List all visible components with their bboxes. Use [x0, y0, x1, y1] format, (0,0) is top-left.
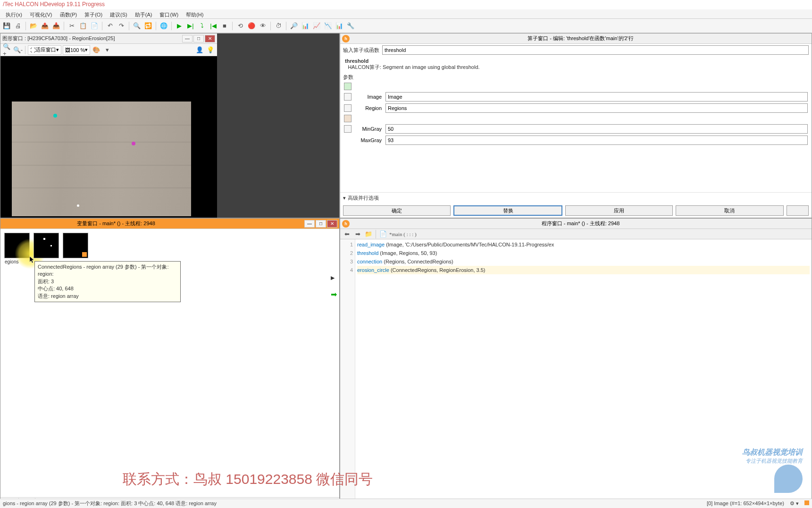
replace-icon[interactable]: 🔁 [143, 21, 153, 31]
file-icon[interactable]: 📄 [378, 229, 388, 239]
chevron-down-icon: ▾ [343, 195, 346, 201]
run-icon[interactable]: ▶ [175, 21, 184, 31]
reset-icon[interactable]: ⟲ [235, 21, 245, 31]
step-over-icon[interactable]: ⤵ [197, 21, 207, 31]
variable-thumb[interactable]: egions [4, 233, 30, 258]
variable-thumb[interactable] [33, 233, 59, 258]
region-blob [53, 114, 57, 118]
tab-main[interactable]: *main ( : : : ) [389, 231, 417, 237]
maximize-button[interactable]: □ [316, 220, 326, 228]
menu-bar: 执行(x) 可视化(V) 函数(P) 算子(O) 建议(S) 助手(A) 窗口(… [0, 9, 812, 19]
watch-icon[interactable]: 👁 [258, 21, 268, 31]
graphics-canvas[interactable] [0, 56, 217, 218]
maximize-button[interactable]: □ [193, 35, 204, 42]
program-header: h 程序窗口 - main* () - 主线程: 2948 [340, 219, 812, 229]
extra-button[interactable] [787, 205, 809, 216]
back-icon[interactable]: ⬅ [342, 229, 352, 239]
separator [129, 22, 129, 30]
redo-icon[interactable]: ↷ [117, 21, 126, 31]
feature-icon[interactable]: 📉 [323, 21, 333, 31]
variable-thumb[interactable] [63, 233, 88, 258]
search-label: 输入算子或函数 [343, 47, 379, 54]
breakpoint-icon[interactable]: 🔴 [247, 21, 256, 31]
menu-item[interactable]: 算子(O) [81, 10, 106, 17]
code-editor[interactable]: 1 2 3 4 ▶ ➡ read_image (Image, 'C:/Users… [340, 239, 812, 508]
menu-item[interactable]: 帮助(H) [182, 10, 207, 17]
line-gutter: 1 2 3 4 [340, 239, 355, 508]
menu-item[interactable]: 建议(S) [106, 10, 131, 17]
undo-icon[interactable]: ↶ [105, 21, 115, 31]
zoom-out-icon[interactable]: 🔍- [13, 45, 23, 55]
variables-title: 变量窗口 - main* () - 主线程: 2948 [77, 220, 155, 227]
find-icon[interactable]: 🔍 [132, 21, 142, 31]
menu-item[interactable]: 窗口(W) [156, 10, 182, 17]
menu-item[interactable]: 助手(A) [131, 10, 156, 17]
image-icon: 🖼 [65, 47, 70, 53]
graphics-toolbar: 🔍+ 🔍- ⛶ 适应窗口 ▾ 🖼 100 % ▾ 🎨 ▾ [0, 44, 217, 56]
param-ctrl-icon [344, 136, 352, 144]
gear-icon[interactable]: ⚙ ▾ [790, 500, 799, 507]
status-right: [0] Image (#=1: 652×494×1×byte) [707, 500, 784, 507]
forward-icon[interactable]: ➡ [353, 229, 362, 239]
histogram-icon[interactable]: 📊 [301, 21, 310, 31]
chevron-down-icon: ▾ [85, 47, 88, 53]
palette-icon[interactable]: 🎨 [92, 45, 101, 55]
step-icon[interactable]: ▶| [186, 21, 195, 31]
import-icon[interactable]: 📥 [51, 21, 61, 31]
operator-search-input[interactable] [382, 45, 809, 55]
operator-header: h 算子窗口 - 编辑: 'threshold'在函数'main'的'2'行 [340, 34, 812, 44]
graphics-title: 图形窗口 : [H239CF5A7030] - RegionErosion[25… [2, 35, 115, 42]
cut-icon[interactable]: ✂ [67, 21, 76, 31]
up-icon[interactable]: 📁 [364, 229, 373, 239]
advanced-options[interactable]: ▾ 高级并行选项 [340, 192, 812, 203]
param-input-mingray[interactable] [385, 124, 808, 134]
params-label: 参数 [340, 73, 812, 82]
apply-button[interactable]: 应用 [565, 205, 673, 216]
zoom-in-icon[interactable]: 🔍+ [2, 45, 12, 55]
copy-icon[interactable]: 📋 [78, 21, 88, 31]
assistant-icon[interactable]: 👤 [195, 45, 204, 55]
close-button[interactable]: ✕ [205, 35, 215, 42]
zoom-combo[interactable]: 🖼 100 % ▾ [63, 45, 90, 55]
cancel-button[interactable]: 取消 [676, 205, 783, 216]
logo-icon [774, 465, 803, 493]
replace-button[interactable]: 替换 [453, 205, 562, 216]
menu-item[interactable]: 函数(P) [56, 10, 81, 17]
ok-button[interactable]: 确定 [343, 205, 451, 216]
separator [270, 22, 271, 30]
variables-panel: 变量窗口 - main* () - 主线程: 2948 — □ ✕ egions [0, 218, 340, 508]
paste-icon[interactable]: 📄 [90, 21, 99, 31]
minimize-button[interactable]: — [304, 220, 315, 228]
inspect-icon[interactable]: 🔎 [289, 21, 299, 31]
hdevelop-icon: h [342, 220, 350, 228]
close-button[interactable]: ✕ [327, 220, 337, 228]
param-ctrl-icon [344, 125, 352, 133]
save-icon[interactable]: 💾 [2, 21, 11, 31]
region-blob [132, 142, 135, 145]
print-icon[interactable]: 🖨 [13, 21, 23, 31]
menu-item[interactable]: 执行(x) [2, 10, 26, 17]
param-input-image[interactable] [385, 92, 808, 102]
separator [156, 22, 156, 30]
gray-histo-icon[interactable]: 📊 [335, 21, 344, 31]
lut-icon[interactable]: 🔧 [346, 21, 355, 31]
param-in-icon [344, 83, 352, 90]
bulb-icon[interactable]: 💡 [206, 45, 215, 55]
chevron-down-icon[interactable]: ▾ [102, 45, 112, 55]
param-input-region[interactable] [385, 103, 808, 113]
menu-item[interactable]: 可视化(V) [26, 10, 56, 17]
program-toolbar: ⬅ ➡ 📁 📄 *main ( : : : ) [340, 229, 812, 239]
watermark-text: 联系方式：鸟叔 15019223858 微信同号 [123, 470, 373, 489]
param-input-maxgray[interactable] [385, 135, 808, 145]
fit-combo[interactable]: ⛶ 适应窗口 ▾ [28, 45, 61, 55]
program-panel: h 程序窗口 - main* () - 主线程: 2948 ⬅ ➡ 📁 📄 *m… [340, 218, 812, 508]
export-icon[interactable]: 📤 [40, 21, 50, 31]
status-left: gions - region array (29 参数) - 第一个对象: re… [3, 500, 217, 507]
stop-icon[interactable]: ■ [220, 21, 229, 31]
globe-icon[interactable]: 🌐 [159, 21, 168, 31]
timer-icon[interactable]: ⏱ [274, 21, 283, 31]
minimize-button[interactable]: — [182, 35, 193, 42]
step-back-icon[interactable]: |◀ [209, 21, 218, 31]
open-icon[interactable]: 📂 [29, 21, 38, 31]
profile-icon[interactable]: 📈 [312, 21, 321, 31]
